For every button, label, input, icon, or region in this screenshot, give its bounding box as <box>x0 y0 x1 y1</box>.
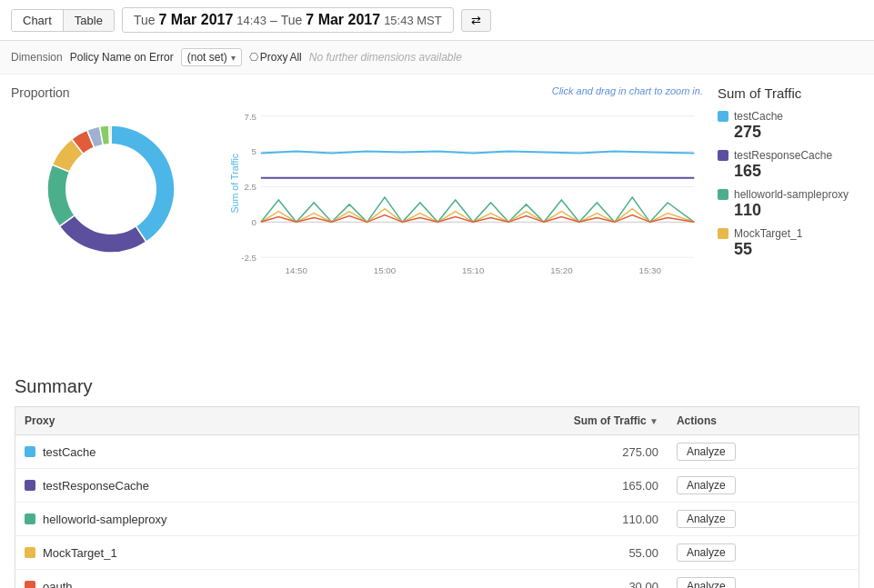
svg-text:2.5: 2.5 <box>245 182 257 192</box>
table-row: oauth 30.00 Analyze <box>15 570 859 589</box>
proxy-color-dot <box>25 581 35 588</box>
dimension-select[interactable]: (not set) ▾ <box>181 48 242 66</box>
actions-cell: Analyze <box>668 536 859 570</box>
view-tab-group: Chart Table <box>11 9 115 32</box>
legend-item-label: MockTarget_1 <box>718 227 863 240</box>
svg-text:7.5: 7.5 <box>245 112 257 122</box>
end-time: 15:43 MST <box>384 14 442 27</box>
table-row: MockTarget_1 55.00 Analyze <box>15 536 859 570</box>
legend-item-value: 110 <box>718 201 863 220</box>
legend-item-name-text: helloworld-sampleproxy <box>734 188 849 201</box>
table-tab[interactable]: Table <box>64 10 114 31</box>
proxy-column-header: Proxy <box>15 407 414 435</box>
legend-items: testCache 275 testResponseCache 165 hell… <box>718 110 863 259</box>
table-row: testCache 275.00 Analyze <box>15 435 859 469</box>
proxy-name: testResponseCache <box>43 479 149 493</box>
line-chart-panel: Click and drag in chart to zoom in. Sum … <box>226 85 703 354</box>
date-range-selector[interactable]: Tue 7 Mar 2017 14:43 – Tue 7 Mar 2017 15… <box>122 7 454 33</box>
legend-item-name-text: MockTarget_1 <box>734 227 802 240</box>
traffic-value: 275.00 <box>413 435 668 469</box>
dimension-selected-value: (not set) <box>187 51 227 64</box>
proxy-filter[interactable]: Proxy <box>260 51 288 64</box>
proportion-panel: Proportion <box>11 85 211 354</box>
no-dimensions-message: No further dimensions available <box>309 51 462 64</box>
proxy-color-dot <box>25 547 35 558</box>
analyze-button[interactable]: Analyze <box>677 510 736 528</box>
legend-item: MockTarget_1 55 <box>718 227 863 259</box>
traffic-value: 165.00 <box>413 469 668 503</box>
main-content-area: Proportion Click and drag in chart to zo… <box>0 75 874 365</box>
summary-section: Summary Proxy Sum of Traffic ▼ Actions t… <box>0 365 874 588</box>
actions-cell: Analyze <box>668 435 859 469</box>
legend-color-dot <box>718 150 728 161</box>
dimension-filter: ⎔ Proxy All <box>249 51 302 64</box>
legend-item: helloworld-sampleproxy 110 <box>718 188 863 220</box>
legend-item-label: helloworld-sampleproxy <box>718 188 863 201</box>
dimension-name: Policy Name on Error <box>70 51 174 64</box>
proxy-name: helloworld-sampleproxy <box>43 513 167 526</box>
analyze-button[interactable]: Analyze <box>677 543 736 562</box>
sort-desc-icon: ▼ <box>649 416 658 426</box>
proxy-cell: MockTarget_1 <box>15 536 414 570</box>
proportion-title: Proportion <box>11 85 211 100</box>
legend-item-label: testCache <box>718 110 863 123</box>
table-row: helloworld-sampleproxy 110.00 Analyze <box>15 503 859 536</box>
proxy-cell: testResponseCache <box>15 469 414 503</box>
legend-item: testCache 275 <box>718 110 863 142</box>
traffic-value: 110.00 <box>413 503 668 536</box>
summary-title: Summary <box>15 376 859 397</box>
line-chart-svg: Sum of Traffic 7.5 5 2.5 0 -2.5 14:50 15… <box>226 85 703 341</box>
svg-point-0 <box>65 144 156 234</box>
traffic-value: 30.00 <box>413 570 668 589</box>
refresh-icon: ⇄ <box>471 14 481 27</box>
legend-panel: Sum of Traffic testCache 275 testRespons… <box>718 85 863 354</box>
table-row: testResponseCache 165.00 Analyze <box>15 469 859 503</box>
svg-text:15:10: 15:10 <box>462 265 485 275</box>
actions-cell: Analyze <box>668 469 859 503</box>
svg-text:5: 5 <box>252 146 256 156</box>
legend-item-value: 165 <box>718 162 863 181</box>
analyze-button[interactable]: Analyze <box>677 577 736 588</box>
all-filter[interactable]: All <box>289 51 301 64</box>
dimension-label: Dimension <box>11 51 63 64</box>
summary-table: Proxy Sum of Traffic ▼ Actions testCache… <box>15 406 859 588</box>
legend-item-name-text: testResponseCache <box>734 149 832 162</box>
chart-tab[interactable]: Chart <box>12 10 64 31</box>
analyze-button[interactable]: Analyze <box>677 443 736 461</box>
svg-text:0: 0 <box>252 217 257 227</box>
proxy-cell: testCache <box>15 435 414 469</box>
table-header-row: Proxy Sum of Traffic ▼ Actions <box>15 407 859 435</box>
start-day: Tue <box>134 13 156 27</box>
chevron-down-icon: ▾ <box>231 53 236 63</box>
end-day: Tue <box>281 13 303 27</box>
proxy-name: testCache <box>43 445 96 459</box>
legend-item-value: 55 <box>718 240 863 259</box>
start-time: 14:43 <box>236 14 266 27</box>
actions-cell: Analyze <box>668 570 859 589</box>
filter-pipe-icon: ⎔ <box>249 51 258 64</box>
legend-color-dot <box>718 111 728 122</box>
analyze-button[interactable]: Analyze <box>677 476 736 494</box>
proxy-cell: oauth <box>15 570 414 589</box>
start-date: 7 Mar 2017 <box>158 12 233 28</box>
date-separator: – <box>270 13 277 27</box>
proxy-cell: helloworld-sampleproxy <box>15 503 414 536</box>
svg-text:-2.5: -2.5 <box>241 253 256 263</box>
svg-text:15:20: 15:20 <box>550 265 573 275</box>
svg-text:14:50: 14:50 <box>286 265 308 275</box>
svg-text:15:30: 15:30 <box>639 265 662 275</box>
actions-cell: Analyze <box>668 503 859 536</box>
header: Chart Table Tue 7 Mar 2017 14:43 – Tue 7… <box>0 0 874 41</box>
svg-text:15:00: 15:00 <box>374 265 397 275</box>
refresh-button[interactable]: ⇄ <box>461 9 491 32</box>
chart-zoom-hint: Click and drag in chart to zoom in. <box>552 85 703 96</box>
proxy-name: MockTarget_1 <box>43 546 117 560</box>
svg-text:Sum of Traffic: Sum of Traffic <box>229 153 240 213</box>
legend-color-dot <box>718 189 728 200</box>
legend-color-dot <box>718 228 728 239</box>
legend-item: testResponseCache 165 <box>718 149 863 181</box>
summary-table-body: testCache 275.00 Analyze testResponseCac… <box>15 435 859 589</box>
proxy-name: oauth <box>43 580 73 589</box>
proxy-color-dot <box>25 446 35 457</box>
legend-item-name-text: testCache <box>734 110 783 123</box>
